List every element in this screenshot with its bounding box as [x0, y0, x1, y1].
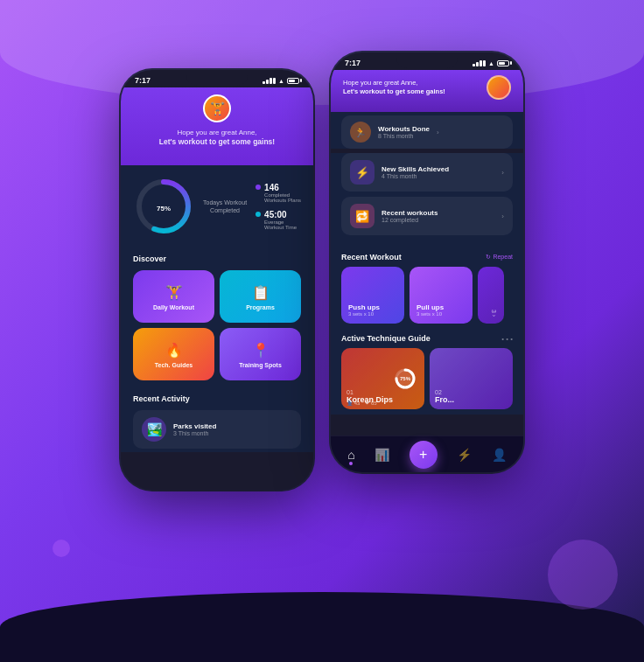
stats-icon: 📊 — [374, 448, 389, 462]
nav-stats[interactable]: 📊 — [374, 448, 389, 462]
technique-card-front[interactable]: 02 Fro... — [430, 348, 513, 409]
workout-cards: Push ups 3 sets x 10 Pull ups 3 sets x 1… — [341, 267, 513, 324]
card-daily-workout[interactable]: 🏋️ Dally Workout — [133, 270, 214, 323]
phone1-content: 🏋 Hope you are great Anne, Let's workout… — [121, 87, 313, 490]
pullups-title: Pull ups — [416, 303, 466, 311]
tc-title-front: Fro... — [435, 395, 454, 404]
p2-signal-3 — [480, 60, 482, 66]
phone1-status-icons: ▲ — [262, 78, 299, 84]
progress-circle: 75% — [133, 176, 194, 237]
phone1: 7:17 ▲ 🏋 Hope — [121, 70, 313, 490]
ac-chevron-skills: › — [501, 169, 504, 177]
activity-icon: ⚡ — [457, 448, 472, 462]
phone2: 7:17 ▲ Hope you are great Anne, L — [331, 52, 523, 472]
card-training-spots[interactable]: 📍 Training Spots — [220, 328, 301, 380]
recent-activity-title: Recent Activity — [133, 394, 301, 403]
battery-icon — [287, 78, 299, 84]
technique-cards: 01 Korean Dips 75% 👤 43 ❤ 6 — [341, 348, 513, 409]
recent-workout-section: Recent Workout ↻ Repeat Push ups 3 sets … — [331, 247, 523, 329]
p2-greeting-1: Hope you are great Anne, — [343, 79, 417, 87]
nav-add-button[interactable]: + — [410, 441, 438, 469]
stat-time: 45:00 EverageWorkout Time — [256, 210, 301, 230]
ac-text-recent: Recent workouts 12 completed — [382, 209, 494, 223]
p2-signal-4 — [483, 60, 486, 66]
pushups-sub: 3 sets x 10 — [348, 311, 397, 317]
signal-bar-4 — [273, 78, 276, 84]
p2-battery-fill — [499, 62, 505, 65]
p2-battery-icon — [497, 60, 509, 66]
profile-icon: 👤 — [492, 448, 507, 462]
discover-grid: 🏋️ Dally Workout 📋 Programs 🔥 Tech. Guid… — [133, 270, 301, 380]
nav-home[interactable]: ⌂ — [347, 448, 354, 462]
ac-icon-recent: 🔁 — [350, 204, 374, 228]
tc-title-korean: Korean Dips — [346, 395, 393, 404]
completed-desc: CompletedWorkouts Plans — [264, 192, 301, 203]
progress-pct: 75% — [157, 199, 171, 213]
signal-bar-2 — [266, 80, 269, 84]
programs-label: Programs — [246, 304, 275, 310]
nav-profile[interactable]: 👤 — [492, 448, 507, 462]
stats-right: 146 CompletedWorkouts Plans 45:00 Everag… — [256, 183, 301, 230]
technique-card-korean[interactable]: 01 Korean Dips 75% 👤 43 ❤ 6 — [341, 348, 424, 409]
ac-chevron-recent: › — [501, 213, 504, 220]
nav-dot-home — [349, 462, 353, 465]
discover-section: Discover 🏋️ Dally Workout 📋 Programs 🔥 T… — [121, 247, 313, 387]
sc-chevron-workouts: › — [437, 129, 439, 136]
phones-container: 7:17 ▲ 🏋 Hope — [121, 70, 523, 490]
tc-num-front: 02 — [435, 389, 454, 395]
greeting-line2: Let's workout to get some gains! — [133, 137, 301, 148]
p2-recent-workout-header: Recent Workout ↻ Repeat — [341, 253, 513, 261]
workout-card-extra[interactable]: 3 › — [478, 267, 504, 324]
daily-workout-label: Dally Workout — [153, 304, 194, 310]
stat-completed: 146 CompletedWorkouts Plans — [256, 183, 301, 203]
ac-title-recent: Recent workouts — [382, 209, 494, 217]
sc-title-workouts: Workouts Done — [378, 125, 430, 133]
average-time: 45:00 — [264, 210, 297, 220]
extra-text: 3 › — [485, 310, 497, 317]
nav-activity[interactable]: ⚡ — [457, 448, 472, 462]
phone1-time: 7:17 — [135, 76, 150, 85]
technique-title: Active Technique Guide — [341, 334, 430, 343]
sc-sub-workouts: 8 This month — [378, 133, 430, 139]
phone1-header: 🏋 Hope you are great Anne, Let's workout… — [121, 87, 313, 165]
home-icon: ⌂ — [347, 448, 354, 462]
wifi-icon: ▲ — [278, 78, 284, 84]
activity-card-skills[interactable]: ⚡ New Skills Achieved 4 This month › — [341, 153, 513, 192]
sc-text-workouts: Workouts Done 8 This month — [378, 125, 430, 139]
ac-sub-skills: 4 This month — [382, 173, 494, 179]
scroll-card-workouts[interactable]: 🏃 Workouts Done 8 This month › — [341, 115, 513, 149]
activity-icon-parks: 🏞️ — [142, 417, 166, 442]
card-programs[interactable]: 📋 Programs — [220, 270, 301, 323]
activity-item-parks[interactable]: 🏞️ Parks visited 3 This month — [133, 410, 301, 449]
phone2-time: 7:17 — [345, 59, 360, 67]
activity-title-parks: Parks visited — [173, 422, 216, 430]
tech-label: Tech. Guides — [155, 362, 192, 368]
workout-card-pushups[interactable]: Push ups 3 sets x 10 — [341, 267, 404, 324]
tc-content-front: 02 Fro... — [435, 389, 454, 404]
p2-signal-2 — [476, 62, 479, 66]
discover-title: Discover — [133, 254, 301, 263]
training-label: Training Spots — [239, 362, 282, 368]
signal-bar-1 — [262, 81, 265, 84]
signal-bar-3 — [270, 78, 272, 84]
ac-text-skills: New Skills Achieved 4 This month — [382, 165, 494, 179]
card-tech-guides[interactable]: 🔥 Tech. Guides — [133, 328, 214, 380]
stat-dot-2 — [256, 212, 261, 217]
phone2-header: Hope you are great Anne, Let's workout t… — [331, 70, 523, 112]
phone2-avatar — [486, 75, 511, 100]
ac-sub-recent: 12 completed — [382, 217, 494, 223]
tc-num-korean: 01 — [346, 389, 393, 395]
ac-icon-skills: ⚡ — [350, 160, 374, 185]
bg-wave-bottom — [0, 592, 644, 662]
programs-icon: 📋 — [252, 284, 270, 301]
pullups-sub: 3 sets x 10 — [416, 311, 466, 317]
activity-card-recent[interactable]: 🔁 Recent workouts 12 completed › — [341, 197, 513, 235]
progress-text-label: Todays WorkoutCompleted — [203, 199, 247, 214]
technique-header: Active Technique Guide • • • — [341, 334, 513, 343]
phone2-status-icons: ▲ — [472, 60, 509, 66]
workout-card-pullups[interactable]: Pull ups 3 sets x 10 — [410, 267, 472, 324]
average-desc: EverageWorkout Time — [264, 220, 297, 230]
activity-sub-parks: 3 This month — [173, 430, 216, 436]
phone2-content: Hope you are great Anne, Let's workout t… — [331, 70, 523, 472]
repeat-action[interactable]: ↻ Repeat — [486, 254, 513, 261]
